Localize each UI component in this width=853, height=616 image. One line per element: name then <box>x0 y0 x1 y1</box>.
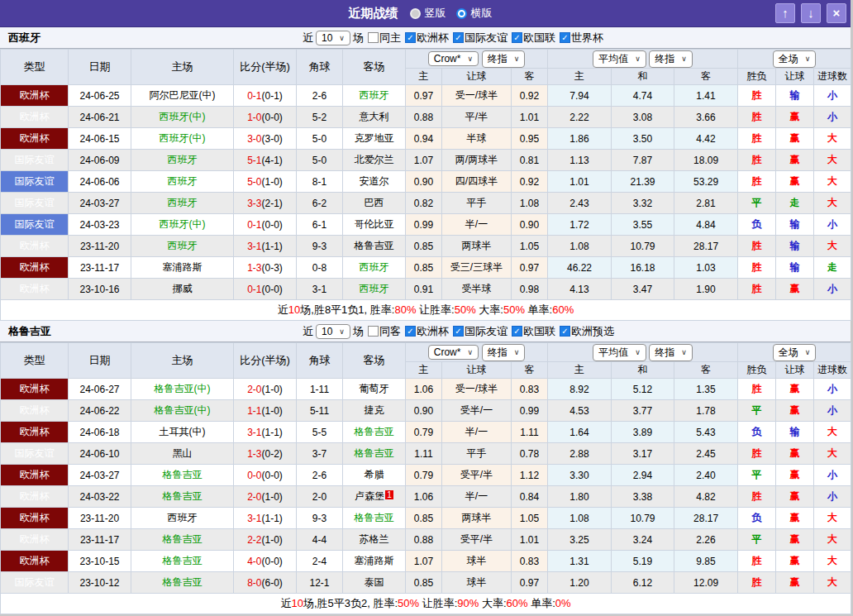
crow-handicap-line: 受一/球半 <box>442 379 512 400</box>
move-up-button[interactable]: ↑ <box>775 3 795 23</box>
result-winloss: 胜 <box>738 551 776 572</box>
home-team: 西班牙(中) <box>131 214 234 236</box>
match-type-badge: 国际友谊 <box>1 193 69 214</box>
crow-handicap-line: 两球半 <box>442 508 512 529</box>
same-venue-checkbox[interactable]: 同主 <box>368 31 401 45</box>
average-stage-dropdown[interactable]: 终指∨ <box>649 344 693 361</box>
competition-checkbox[interactable]: 国际友谊 <box>453 31 508 45</box>
competition-checkbox[interactable]: 欧国联 <box>512 324 555 339</box>
subcol-handicap: 让球 <box>442 362 512 379</box>
avg-home-odds: 1.08 <box>548 508 612 529</box>
competition-label: 欧洲杯 <box>417 324 449 339</box>
period-dropdown[interactable]: 全场∨ <box>773 50 817 68</box>
average-stage-dropdown[interactable]: 终指∨ <box>649 50 693 68</box>
match-score: 3-1(1-1) <box>234 236 297 257</box>
competition-checkbox[interactable]: 世界杯 <box>560 31 603 45</box>
crow-home-odds: 0.90 <box>406 400 442 422</box>
bookmaker-value: Crow* <box>434 53 461 64</box>
subcol-avg-away: 客 <box>674 362 738 379</box>
crow-home-odds: 1.11 <box>406 443 442 465</box>
avg-home-odds: 3.25 <box>548 529 612 551</box>
subcol-goals: 进球数 <box>814 362 851 379</box>
avg-away-odds: 28.17 <box>674 236 738 257</box>
match-date: 24-06-09 <box>69 150 131 171</box>
period-group-header: 全场∨ <box>738 343 851 362</box>
away-team: 捷克 <box>343 400 406 422</box>
section-header-bar: 格鲁吉亚 近 10∨ 场 同客 欧洲杯国际友谊欧国联欧洲预选 <box>0 321 851 342</box>
crow-away-odds: 0.95 <box>512 128 548 150</box>
period-value: 全场 <box>779 346 798 360</box>
close-button[interactable]: × <box>827 3 846 23</box>
result-goals: 小 <box>814 214 851 236</box>
crow-away-odds: 0.92 <box>512 171 548 193</box>
match-type-badge: 国际友谊 <box>1 572 69 594</box>
col-type: 类型 <box>1 343 69 379</box>
avg-draw-odds: 3.55 <box>612 214 674 236</box>
average-group-header: 平均值∨ 终指∨ <box>548 343 738 362</box>
competition-filters: 欧洲杯国际友谊欧国联世界杯 <box>403 31 603 45</box>
titlebar: 近期战绩 竖版 横版 ↑ ↓ × <box>0 0 851 27</box>
result-winloss: 胜 <box>738 85 776 107</box>
competition-checkbox[interactable]: 欧洲预选 <box>560 324 614 339</box>
subcol-avg-home: 主 <box>548 362 612 379</box>
avg-home-odds: 2.43 <box>548 193 612 214</box>
bookmaker-dropdown[interactable]: Crow*∨ <box>428 51 479 66</box>
match-count-dropdown[interactable]: 10∨ <box>316 324 350 339</box>
away-team: 格鲁吉亚 <box>343 443 406 465</box>
match-type-badge: 欧洲杯 <box>1 551 69 572</box>
period-dropdown[interactable]: 全场∨ <box>773 344 817 361</box>
average-dropdown[interactable]: 平均值∨ <box>593 50 646 68</box>
match-score: 3-1(1-1) <box>234 508 297 529</box>
corner-score: 9-3 <box>297 508 343 529</box>
home-team: 土耳其(中) <box>131 422 234 443</box>
bookmaker-group-header: Crow*∨ 终指∨ <box>406 343 548 362</box>
avg-home-odds: 1.64 <box>548 422 612 443</box>
radio-vertical-layout[interactable]: 竖版 <box>410 6 446 21</box>
result-winloss: 平 <box>738 400 776 422</box>
subcol-handicap-result: 让球 <box>776 69 814 85</box>
result-handicap: 输 <box>776 236 814 257</box>
move-down-button[interactable]: ↓ <box>801 3 821 23</box>
crow-handicap-line: 两球半 <box>442 236 512 257</box>
match-score: 1-3(0-3) <box>234 257 297 279</box>
chevron-down-icon: ∨ <box>339 34 345 42</box>
home-team: 格鲁吉亚(中) <box>131 400 234 422</box>
competition-checkbox[interactable]: 欧国联 <box>512 31 555 45</box>
crow-away-odds: 1.01 <box>512 107 548 128</box>
radio-horizontal-layout[interactable]: 横版 <box>456 6 493 21</box>
avg-away-odds: 1.78 <box>674 400 738 422</box>
match-score: 0-1(0-0) <box>234 214 297 236</box>
avg-draw-odds: 3.50 <box>612 128 674 150</box>
competition-checkbox[interactable]: 欧洲杯 <box>405 31 449 45</box>
competition-checkbox[interactable]: 欧洲杯 <box>405 324 449 339</box>
bookmaker-dropdown[interactable]: Crow*∨ <box>428 345 479 360</box>
average-dropdown[interactable]: 平均值∨ <box>593 344 646 361</box>
match-row: 国际友谊 24-06-09 西班牙 5-1(4-1) 5-0 北爱尔兰 1.07… <box>1 150 851 171</box>
crow-away-odds: 1.11 <box>512 422 548 443</box>
same-venue-label: 同客 <box>379 324 401 339</box>
match-count-dropdown[interactable]: 10∨ <box>316 31 350 45</box>
radio-unselected-icon <box>410 8 421 19</box>
average-value: 平均值 <box>598 346 628 360</box>
avg-draw-odds: 5.12 <box>612 379 674 400</box>
avg-home-odds: 7.94 <box>548 85 612 107</box>
odds-stage-dropdown[interactable]: 终指∨ <box>482 344 526 361</box>
avg-home-odds: 46.22 <box>548 257 612 279</box>
avg-away-odds: 1.90 <box>674 279 738 300</box>
matches-body: 欧洲杯 24-06-27 格鲁吉亚(中) 2-0(1-0) 1-11 葡萄牙 1… <box>1 379 851 594</box>
crow-handicap-line: 平/半 <box>442 107 512 128</box>
result-handicap: 输 <box>776 214 814 236</box>
match-type-badge: 国际友谊 <box>1 150 69 171</box>
corner-score: 8-1 <box>297 171 343 193</box>
result-goals: 大 <box>814 443 851 465</box>
competition-checkbox[interactable]: 国际友谊 <box>453 324 508 339</box>
match-date: 24-03-27 <box>69 193 131 214</box>
match-type-badge: 欧洲杯 <box>1 85 69 107</box>
match-type-badge: 欧洲杯 <box>1 529 69 551</box>
same-venue-checkbox[interactable]: 同客 <box>368 324 401 339</box>
matches-table: 类型 日期 主场 比分(半场) 角球 客场 Crow*∨ 终指∨ 平均值∨ 终指… <box>0 342 851 614</box>
crow-away-odds: 1.12 <box>512 465 548 486</box>
odds-stage-dropdown[interactable]: 终指∨ <box>482 50 526 68</box>
result-winloss: 胜 <box>738 379 776 400</box>
match-type-badge: 国际友谊 <box>1 443 69 465</box>
